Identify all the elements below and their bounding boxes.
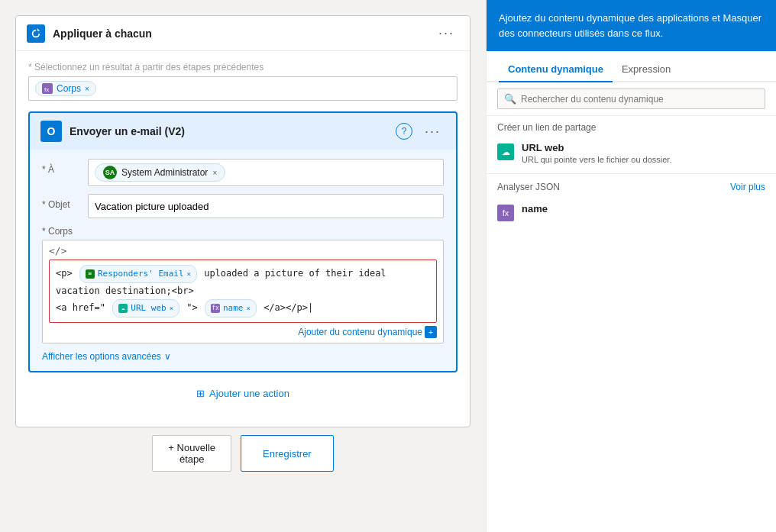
to-input[interactable]: SA System Administrator × [88,159,444,186]
objet-label: * Objet [42,194,79,210]
name-dynamic-item[interactable]: fx name [487,197,776,227]
url-web-label: URL web [522,142,765,153]
add-action-row: ⊞ Ajouter une action [28,388,458,399]
name-token-icon: fx [211,304,220,313]
url-web-desc: URL qui pointe vers le fichier ou dossie… [522,155,765,164]
voir-plus-button[interactable]: Voir plus [730,182,765,192]
url-web-token[interactable]: ☁ URL web × [112,299,179,318]
responders-email-token[interactable]: ≡ Responders' Email × [79,265,197,283]
name-dynamic-icon: fx [497,205,514,221]
url-web-dynamic-icon: ☁ [497,143,514,160]
advanced-options-button[interactable]: Afficher les options avancées ∨ [42,351,171,362]
url-web-dynamic-item[interactable]: ☁ URL web URL qui pointe vers le fichier… [487,136,776,170]
objet-input[interactable]: Vacation picture uploaded [88,194,444,218]
corps-token-remove[interactable]: × [85,85,89,93]
responders-email-remove[interactable]: × [187,268,191,280]
recipient-name: System Administrator [121,167,208,178]
email-help-button[interactable]: ? [396,123,412,140]
divider [487,173,776,174]
svg-text:fx: fx [44,86,49,92]
corps-section: * Corps </> <p> ≡ [42,226,444,343]
result-token-input[interactable]: fx Corps × [28,76,458,101]
section-title-partage: Créer un lien de partage [487,116,776,136]
name-token[interactable]: fx name × [205,299,257,318]
corps-toolbar: </> [49,245,437,256]
right-panel: Ajoutez du contenu dynamique des applica… [486,0,776,532]
corps-line-1: <p> ≡ Responders' Email × uploaded a pic… [56,265,430,299]
to-label: * À [42,159,79,175]
to-field-row: * À SA System Administrator × [42,159,444,186]
corps-label: * Corps [42,226,444,237]
svg-marker-0 [37,28,40,31]
corps-token-label: Corps [57,83,81,94]
sa-avatar: SA [103,166,117,179]
name-info: name [522,203,765,214]
search-row: 🔍 [487,82,776,116]
add-action-button[interactable]: ⊞ Ajouter une action [196,388,289,399]
corps-line-2: <a href=" ☁ URL web × "> fx [56,299,430,318]
search-input[interactable] [521,94,758,105]
token-fx-icon: fx [44,85,51,92]
tab-contenu-dynamique[interactable]: Contenu dynamique [499,57,613,82]
recipient-remove[interactable]: × [212,169,217,177]
apply-card-title: Appliquer à chacun [53,27,434,40]
select-result-label: * Sélectionnez un résultat à partir des … [28,62,458,73]
new-step-button[interactable]: + Nouvelleétape [152,435,231,472]
save-button[interactable]: Enregistrer [241,435,334,472]
corps-token-icon: fx [42,83,53,94]
loop-icon [31,28,41,39]
outlook-icon: O [40,121,62,142]
corps-content[interactable]: <p> ≡ Responders' Email × uploaded a pic… [49,260,437,323]
add-dynamic-content-button[interactable]: Ajouter du contenu dynamique + [298,326,437,338]
search-icon: 🔍 [504,93,516,105]
add-dynamic-row: Ajouter du contenu dynamique + [49,326,437,338]
apply-card-body: * Sélectionnez un résultat à partir des … [16,51,470,427]
name-token-remove[interactable]: × [246,302,250,314]
email-card-header: O Envoyer un e-mail (V2) ? ··· [30,113,456,150]
email-card-title: Envoyer un e-mail (V2) [70,125,388,137]
analyser-json-row: Analyser JSON Voir plus [487,177,776,197]
objet-value: Vacation picture uploaded [95,201,209,212]
analyser-json-label: Analyser JSON [497,182,560,192]
name-label: name [522,203,765,214]
email-card-body: * À SA System Administrator × * Objet [30,150,456,371]
email-more-button[interactable]: ··· [420,122,445,141]
recipient-token: SA System Administrator × [95,163,225,182]
search-input-wrap[interactable]: 🔍 [497,89,765,109]
url-web-remove[interactable]: × [170,302,173,314]
plus-badge: + [425,326,437,338]
bottom-actions: + Nouvelleétape Enregistrer [15,435,470,472]
apply-to-each-card: Appliquer à chacun ··· * Sélectionnez un… [15,15,470,427]
add-action-icon: ⊞ [196,388,205,399]
apply-icon [27,24,45,43]
url-web-info: URL web URL qui pointe vers le fichier o… [522,142,765,164]
tab-expression[interactable]: Expression [613,57,680,82]
corps-editor[interactable]: </> <p> ≡ Responders' Email × [42,240,444,343]
responders-email-icon: ≡ [86,269,95,279]
apply-more-button[interactable]: ··· [434,24,459,43]
right-panel-header: Ajoutez du contenu dynamique des applica… [487,0,776,51]
url-web-icon: ☁ [118,304,128,313]
email-action-card: O Envoyer un e-mail (V2) ? ··· * À SA Sy… [28,111,458,372]
corps-token[interactable]: fx Corps × [35,81,96,96]
right-panel-tabs: Contenu dynamique Expression [487,57,776,82]
apply-card-header: Appliquer à chacun ··· [16,16,470,51]
objet-field-row: * Objet Vacation picture uploaded [42,194,444,218]
chevron-down-icon: ∨ [164,351,171,362]
